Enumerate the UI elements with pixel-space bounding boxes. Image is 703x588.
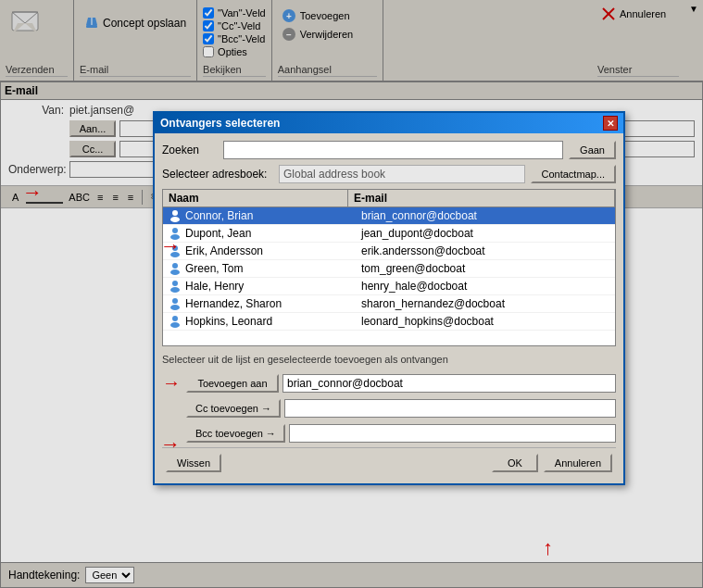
search-label: Zoeken <box>162 144 218 156</box>
svg-point-21 <box>172 281 178 286</box>
contact-row[interactable]: Hernandez, Sharon sharon_hernandez@docbo… <box>163 295 615 313</box>
contact-name: Hernandez, Sharon <box>185 297 361 310</box>
svg-point-15 <box>172 228 178 233</box>
footer-right: OK Annuleren <box>492 454 612 472</box>
svg-point-22 <box>170 287 180 293</box>
adresboek-row: Selecteer adresboek: Contactmap... <box>162 165 616 183</box>
ok-button[interactable]: OK <box>492 454 538 472</box>
cc-recipient-input[interactable] <box>284 399 616 418</box>
select-instruction: Selecteer uit de lijst en geselecteerde … <box>162 352 616 367</box>
dialog-close-button[interactable]: ✕ <box>603 116 618 131</box>
contact-email: tom_green@docboat <box>361 262 609 275</box>
contact-name: Hale, Henry <box>185 280 361 293</box>
annuleren-dialog-button[interactable]: Annuleren <box>544 454 612 472</box>
contact-row[interactable]: Green, Tom tom_green@docboat <box>163 260 615 278</box>
cc-spacer: → <box>162 397 181 419</box>
toevoegen-arrow: → <box>160 432 181 457</box>
aan-arrow: → <box>22 181 43 205</box>
modal-overlay: → Ontvangers selecteren ✕ Zoeken Gaan Se… <box>0 0 703 588</box>
contact-email: brian_connor@docboat <box>361 209 609 222</box>
svg-point-26 <box>170 322 180 328</box>
aan-recipient-row: → Toevoegen aan <box>162 372 616 394</box>
contact-name: Green, Tom <box>185 262 361 275</box>
svg-point-25 <box>172 316 178 321</box>
contact-row[interactable]: Hopkins, Leonard leonard_hopkins@docboat <box>163 313 615 331</box>
aan-recipient-arrow: → <box>162 372 181 394</box>
dialog-title: Ontvangers selecteren <box>160 117 280 130</box>
connor-arrow: → <box>160 234 181 258</box>
wissen-button[interactable]: Wissen <box>166 454 221 472</box>
contact-list-header: Naam E-mail <box>163 190 615 207</box>
person-icon <box>169 209 182 222</box>
contact-email: erik.andersson@docboat <box>361 244 609 257</box>
aan-recipient-input[interactable] <box>282 374 616 393</box>
adresboek-input[interactable] <box>279 165 525 183</box>
search-button[interactable]: Gaan <box>569 141 616 159</box>
ok-up-arrow: → <box>535 539 559 559</box>
svg-point-19 <box>172 263 178 269</box>
bcc-recipient-input[interactable] <box>289 424 616 443</box>
person-icon <box>169 315 182 328</box>
contact-row[interactable]: Dupont, Jean jean_dupont@docboat <box>163 225 615 243</box>
svg-point-14 <box>170 217 180 222</box>
col-header-email: E-mail <box>348 190 615 206</box>
adresboek-label: Selecteer adresboek: <box>162 168 273 181</box>
svg-point-23 <box>172 298 178 304</box>
contact-rows-container: Connor, Brian brian_connor@docboat Dupon… <box>163 207 615 331</box>
contactmap-button[interactable]: Contactmap... <box>531 165 616 183</box>
dialog-footer: Wissen OK Annuleren <box>162 447 616 476</box>
dialog-ontvangers: Ontvangers selecteren ✕ Zoeken Gaan Sele… <box>153 111 625 485</box>
bcc-recipient-row: → Bcc toevoegen → <box>162 422 616 444</box>
person-icon <box>169 262 182 275</box>
search-row: Zoeken Gaan <box>162 141 616 159</box>
svg-point-13 <box>172 210 178 216</box>
col-header-naam: Naam <box>163 190 348 206</box>
svg-point-20 <box>170 269 180 275</box>
cc-recipient-button[interactable]: Cc toevoegen → <box>186 399 281 418</box>
person-icon <box>169 297 182 310</box>
contact-name: Hopkins, Leonard <box>185 315 361 328</box>
contact-email: henry_hale@docboat <box>361 280 609 293</box>
contact-email: leonard_hopkins@docboat <box>361 315 609 328</box>
contact-name: Connor, Brian <box>185 209 361 222</box>
contact-row[interactable]: Connor, Brian brian_connor@docboat <box>163 207 615 225</box>
footer-left: Wissen <box>166 454 221 472</box>
contact-row[interactable]: Hale, Henry henry_hale@docboat <box>163 278 615 295</box>
dialog-body: Zoeken Gaan Selecteer adresboek: Contact… <box>155 133 623 483</box>
contact-email: jean_dupont@docboat <box>361 227 609 240</box>
aan-recipient-button[interactable]: Toevoegen aan <box>186 374 279 393</box>
bcc-recipient-button[interactable]: Bcc toevoegen → <box>186 424 285 443</box>
contact-name: Erik, Andersson <box>185 244 361 257</box>
search-input[interactable] <box>223 141 563 159</box>
contact-email: sharon_hernandez@docboat <box>361 297 609 310</box>
svg-point-24 <box>170 305 180 310</box>
contact-list: Naam E-mail Connor, Brian brian_connor@d… <box>162 189 616 346</box>
contact-name: Dupont, Jean <box>185 227 361 240</box>
dialog-titlebar: Ontvangers selecteren ✕ <box>155 113 623 133</box>
person-icon <box>169 280 182 293</box>
cc-recipient-row: → Cc toevoegen → <box>162 397 616 419</box>
contact-row[interactable]: Erik, Andersson erik.andersson@docboat <box>163 243 615 260</box>
